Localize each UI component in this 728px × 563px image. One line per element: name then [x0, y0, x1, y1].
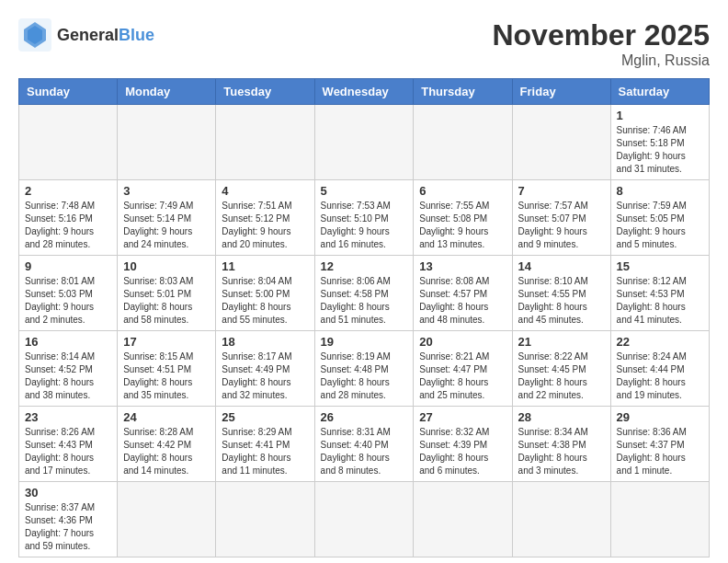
day-number: 4: [222, 184, 308, 198]
calendar-cell: 15Sunrise: 8:12 AM Sunset: 4:53 PM Dayli…: [610, 256, 709, 331]
day-number: 6: [419, 184, 506, 198]
day-info: Sunrise: 8:37 AM Sunset: 4:36 PM Dayligh…: [25, 501, 111, 553]
calendar-cell: 7Sunrise: 7:57 AM Sunset: 5:07 PM Daylig…: [512, 180, 610, 256]
calendar-cell: 5Sunrise: 7:53 AM Sunset: 5:10 PM Daylig…: [314, 180, 414, 256]
weekday-header-tuesday: Tuesday: [216, 79, 314, 105]
day-number: 5: [321, 184, 408, 198]
week-row-1: 1Sunrise: 7:46 AM Sunset: 5:18 PM Daylig…: [19, 105, 710, 180]
calendar-cell: [118, 482, 216, 557]
day-number: 19: [321, 335, 408, 349]
day-number: 7: [518, 184, 605, 198]
day-info: Sunrise: 8:22 AM Sunset: 4:45 PM Dayligh…: [518, 350, 605, 402]
day-info: Sunrise: 8:17 AM Sunset: 4:49 PM Dayligh…: [222, 350, 308, 402]
day-number: 14: [518, 259, 605, 273]
weekday-header-monday: Monday: [118, 79, 216, 105]
calendar-cell: [414, 105, 512, 180]
calendar-cell: [512, 482, 610, 557]
day-number: 24: [123, 410, 210, 424]
calendar-cell: 8Sunrise: 7:59 AM Sunset: 5:05 PM Daylig…: [610, 180, 709, 256]
calendar-cell: [610, 482, 709, 557]
calendar-cell: [216, 482, 314, 557]
calendar-cell: 28Sunrise: 8:34 AM Sunset: 4:38 PM Dayli…: [512, 407, 610, 482]
day-info: Sunrise: 7:48 AM Sunset: 5:16 PM Dayligh…: [25, 200, 111, 251]
calendar-cell: 27Sunrise: 8:32 AM Sunset: 4:39 PM Dayli…: [414, 407, 512, 482]
day-info: Sunrise: 8:21 AM Sunset: 4:47 PM Dayligh…: [419, 350, 506, 402]
day-number: 17: [123, 335, 210, 349]
calendar-cell: [314, 482, 414, 557]
day-info: Sunrise: 8:31 AM Sunset: 4:40 PM Dayligh…: [321, 426, 408, 477]
calendar-cell: 4Sunrise: 7:51 AM Sunset: 5:12 PM Daylig…: [216, 180, 314, 256]
calendar-cell: 19Sunrise: 8:19 AM Sunset: 4:48 PM Dayli…: [314, 331, 414, 407]
weekday-header-friday: Friday: [512, 79, 610, 105]
calendar-cell: [414, 482, 512, 557]
day-info: Sunrise: 8:26 AM Sunset: 4:43 PM Dayligh…: [25, 426, 111, 477]
calendar-cell: 3Sunrise: 7:49 AM Sunset: 5:14 PM Daylig…: [118, 180, 216, 256]
calendar-cell: 24Sunrise: 8:28 AM Sunset: 4:42 PM Dayli…: [118, 407, 216, 482]
calendar-cell: 11Sunrise: 8:04 AM Sunset: 5:00 PM Dayli…: [216, 256, 314, 331]
calendar-cell: 13Sunrise: 8:08 AM Sunset: 4:57 PM Dayli…: [414, 256, 512, 331]
day-info: Sunrise: 8:08 AM Sunset: 4:57 PM Dayligh…: [419, 275, 506, 327]
day-number: 11: [222, 259, 308, 273]
day-info: Sunrise: 8:29 AM Sunset: 4:41 PM Dayligh…: [222, 426, 308, 477]
day-info: Sunrise: 8:19 AM Sunset: 4:48 PM Dayligh…: [321, 350, 408, 402]
day-number: 13: [419, 259, 506, 273]
calendar-cell: [216, 105, 314, 180]
day-info: Sunrise: 7:53 AM Sunset: 5:10 PM Dayligh…: [321, 200, 408, 251]
day-info: Sunrise: 8:32 AM Sunset: 4:39 PM Dayligh…: [419, 426, 506, 477]
week-row-4: 16Sunrise: 8:14 AM Sunset: 4:52 PM Dayli…: [19, 331, 710, 407]
calendar-cell: 25Sunrise: 8:29 AM Sunset: 4:41 PM Dayli…: [216, 407, 314, 482]
calendar-cell: 18Sunrise: 8:17 AM Sunset: 4:49 PM Dayli…: [216, 331, 314, 407]
calendar-cell: 23Sunrise: 8:26 AM Sunset: 4:43 PM Dayli…: [19, 407, 118, 482]
day-info: Sunrise: 8:28 AM Sunset: 4:42 PM Dayligh…: [123, 426, 210, 477]
calendar-cell: 9Sunrise: 8:01 AM Sunset: 5:03 PM Daylig…: [19, 256, 118, 331]
day-info: Sunrise: 7:57 AM Sunset: 5:07 PM Dayligh…: [518, 200, 605, 251]
day-info: Sunrise: 7:59 AM Sunset: 5:05 PM Dayligh…: [617, 200, 703, 251]
day-info: Sunrise: 8:12 AM Sunset: 4:53 PM Dayligh…: [617, 275, 703, 327]
day-number: 15: [617, 259, 703, 273]
calendar-cell: 14Sunrise: 8:10 AM Sunset: 4:55 PM Dayli…: [512, 256, 610, 331]
calendar-cell: 30Sunrise: 8:37 AM Sunset: 4:36 PM Dayli…: [19, 482, 118, 557]
day-number: 8: [617, 184, 703, 198]
day-info: Sunrise: 8:01 AM Sunset: 5:03 PM Dayligh…: [25, 275, 111, 327]
day-info: Sunrise: 7:55 AM Sunset: 5:08 PM Dayligh…: [419, 200, 506, 251]
calendar-cell: 21Sunrise: 8:22 AM Sunset: 4:45 PM Dayli…: [512, 331, 610, 407]
day-number: 30: [25, 486, 111, 500]
day-number: 29: [617, 410, 703, 424]
weekday-header-wednesday: Wednesday: [314, 79, 414, 105]
calendar-cell: 1Sunrise: 7:46 AM Sunset: 5:18 PM Daylig…: [610, 105, 709, 180]
day-info: Sunrise: 8:15 AM Sunset: 4:51 PM Dayligh…: [123, 350, 210, 402]
day-info: Sunrise: 8:03 AM Sunset: 5:01 PM Dayligh…: [123, 275, 210, 327]
day-number: 9: [25, 259, 111, 273]
day-number: 22: [617, 335, 703, 349]
calendar-cell: 22Sunrise: 8:24 AM Sunset: 4:44 PM Dayli…: [610, 331, 709, 407]
page-header: GeneralBlue November 2025 Mglin, Russia: [18, 18, 710, 69]
day-number: 28: [518, 410, 605, 424]
calendar-cell: 6Sunrise: 7:55 AM Sunset: 5:08 PM Daylig…: [414, 180, 512, 256]
day-info: Sunrise: 8:14 AM Sunset: 4:52 PM Dayligh…: [25, 350, 111, 402]
calendar-cell: 12Sunrise: 8:06 AM Sunset: 4:58 PM Dayli…: [314, 256, 414, 331]
week-row-5: 23Sunrise: 8:26 AM Sunset: 4:43 PM Dayli…: [19, 407, 710, 482]
day-number: 27: [419, 410, 506, 424]
calendar-cell: [314, 105, 414, 180]
day-number: 1: [617, 109, 703, 122]
day-info: Sunrise: 8:04 AM Sunset: 5:00 PM Dayligh…: [222, 275, 308, 327]
day-number: 20: [419, 335, 506, 349]
day-info: Sunrise: 8:06 AM Sunset: 4:58 PM Dayligh…: [321, 275, 408, 327]
location: Mglin, Russia: [492, 52, 710, 69]
week-row-3: 9Sunrise: 8:01 AM Sunset: 5:03 PM Daylig…: [19, 256, 710, 331]
day-info: Sunrise: 7:49 AM Sunset: 5:14 PM Dayligh…: [123, 200, 210, 251]
day-number: 23: [25, 410, 111, 424]
weekday-header-row: SundayMondayTuesdayWednesdayThursdayFrid…: [19, 79, 710, 105]
day-number: 18: [222, 335, 308, 349]
logo-icon: [18, 18, 51, 52]
day-info: Sunrise: 8:10 AM Sunset: 4:55 PM Dayligh…: [518, 275, 605, 327]
day-number: 12: [321, 259, 408, 273]
day-number: 26: [321, 410, 408, 424]
logo-text: GeneralBlue: [57, 26, 154, 45]
day-number: 25: [222, 410, 308, 424]
day-number: 2: [25, 184, 111, 198]
calendar-cell: 26Sunrise: 8:31 AM Sunset: 4:40 PM Dayli…: [314, 407, 414, 482]
day-info: Sunrise: 8:36 AM Sunset: 4:37 PM Dayligh…: [617, 426, 703, 477]
title-block: November 2025 Mglin, Russia: [492, 18, 710, 69]
calendar-cell: 29Sunrise: 8:36 AM Sunset: 4:37 PM Dayli…: [610, 407, 709, 482]
